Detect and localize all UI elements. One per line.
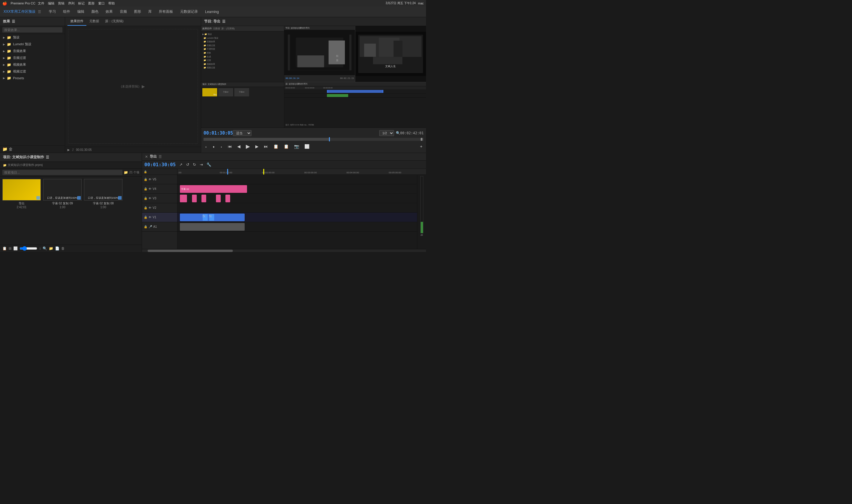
project-search-input[interactable]: [2, 170, 123, 175]
tl-wrench-tool[interactable]: 🔧: [205, 162, 213, 167]
fit-select[interactable]: 适当 25% 50% 100%: [233, 130, 252, 136]
bin-icon[interactable]: 📁: [49, 246, 53, 251]
new-folder-icon[interactable]: 📁: [2, 147, 7, 151]
eye-v5[interactable]: 👁: [148, 178, 151, 181]
overwrite-btn[interactable]: 📋: [283, 143, 290, 149]
clip-v3-2[interactable]: [192, 195, 197, 202]
compare-btn[interactable]: ⬜: [303, 143, 311, 149]
eye-v4[interactable]: 👁: [148, 187, 151, 191]
effects-item-audio-transitions[interactable]: ▶ 📁 音频过渡: [0, 54, 65, 61]
insert-btn[interactable]: 📋: [272, 143, 279, 149]
close-dialog-icon[interactable]: ✕: [145, 155, 148, 159]
playback-icon[interactable]: ▶: [68, 148, 70, 151]
tl-in-tool[interactable]: ⇥: [199, 162, 204, 167]
step-back-btn[interactable]: ◀: [236, 143, 242, 149]
mic-a1[interactable]: 🎤: [148, 225, 152, 228]
nav-library[interactable]: 库: [145, 8, 155, 15]
eye-v2[interactable]: 👁: [148, 206, 151, 210]
media-item-subtitle09[interactable]: 口语，应该是加速到150% 字幕 02 复制 09 1:00: [43, 179, 81, 242]
tab-effect-controls[interactable]: 效果控件: [68, 17, 86, 26]
step-fwd-btn[interactable]: ▶: [254, 143, 260, 149]
timeline-scrollbar[interactable]: [142, 249, 426, 252]
grid-view-icon[interactable]: ⊞: [8, 246, 12, 251]
timeline-menu-icon[interactable]: ☰: [159, 155, 162, 159]
app-name-menu[interactable]: Premiere Pro CC: [11, 1, 36, 5]
effects-item-video-transitions[interactable]: ▶ 📁 视频过渡: [0, 68, 65, 75]
clip-a1-main[interactable]: [180, 223, 244, 231]
menu-graphics[interactable]: 图形: [88, 1, 95, 6]
nav-edit[interactable]: 编辑: [74, 8, 87, 15]
eye-v3[interactable]: 👁: [148, 197, 151, 200]
media-item-export[interactable]: 导出 2:42:01: [2, 179, 41, 242]
nav-audio[interactable]: 音频: [117, 8, 130, 15]
go-to-out-btn[interactable]: ⏭: [263, 143, 269, 149]
lock-v5[interactable]: 🔒: [144, 178, 147, 181]
lock-v1[interactable]: 🔒: [144, 216, 147, 219]
export-icon[interactable]: ⤴: [72, 148, 74, 151]
play-btn[interactable]: ▶: [244, 143, 251, 150]
clip-v3-3[interactable]: [201, 195, 206, 202]
mark-out-btn[interactable]: ⬧: [211, 143, 216, 149]
menu-marker[interactable]: 标记: [78, 1, 85, 6]
lock-v3[interactable]: 🔒: [144, 197, 147, 200]
clip-v3-5[interactable]: [225, 195, 230, 202]
delete-icon[interactable]: 🗑: [8, 147, 13, 151]
nav-graphics[interactable]: 图形: [131, 8, 144, 15]
export-frame-btn[interactable]: 📷: [293, 143, 300, 149]
menu-help[interactable]: 帮助: [108, 1, 115, 6]
effects-item-presets2[interactable]: ▶ 📁 Presets: [0, 75, 65, 81]
freeform-view-icon[interactable]: ⬜: [13, 246, 18, 251]
go-to-in-btn[interactable]: ⏮: [226, 143, 233, 149]
size-slider[interactable]: [19, 246, 37, 251]
ruler[interactable]: :00 00:01:00:00 00:02:00:00 00:03:00:00 …: [178, 169, 426, 175]
menu-window[interactable]: 窗口: [98, 1, 105, 6]
new-item-icon[interactable]: 📄: [55, 246, 59, 251]
media-item-subtitle08[interactable]: 口语，应该是加速到150% 字幕 02 复制 08 1:00: [84, 179, 123, 242]
workspace-name[interactable]: XXX常用工作区预设: [3, 9, 36, 14]
new-bin-icon[interactable]: 📁: [124, 170, 128, 175]
eye-v1[interactable]: 👁: [148, 216, 151, 219]
effects-menu-icon[interactable]: ☰: [12, 19, 15, 24]
lock-a1[interactable]: 🔒: [144, 225, 147, 228]
search-icon[interactable]: 🔍: [42, 246, 47, 251]
mark-in-btn2[interactable]: ⬩: [219, 143, 224, 149]
add-btn[interactable]: +: [419, 143, 424, 149]
tl-select-tool[interactable]: ↗: [178, 162, 184, 167]
page-select[interactable]: 1/2: [379, 130, 394, 136]
clip-v3-4[interactable]: [216, 195, 221, 202]
tl-back-tool[interactable]: ↺: [185, 162, 191, 167]
zoom-icon[interactable]: 🔍: [396, 131, 400, 135]
nav-color[interactable]: 颜色: [88, 8, 102, 15]
tl-forward-tool[interactable]: ↻: [192, 162, 197, 167]
scrollbar-thumb[interactable]: [148, 250, 233, 252]
effects-item-lumetri[interactable]: ▶ 📁 Lumetri 预设: [0, 41, 65, 48]
sort-icon[interactable]: ↕: [39, 246, 41, 251]
effects-item-audio-effects[interactable]: ▶ 📁 音频效果: [0, 48, 65, 54]
list-view-icon[interactable]: 📋: [2, 246, 7, 251]
nav-assembly[interactable]: 组件: [60, 8, 73, 15]
lock-v4[interactable]: 🔒: [144, 187, 147, 191]
mark-in-btn[interactable]: ⬩: [203, 143, 208, 149]
tab-source[interactable]: 源：(无剪辑): [102, 17, 126, 26]
tab-metadata[interactable]: 元数据: [86, 17, 102, 26]
clip-v3-1[interactable]: [180, 195, 187, 202]
nav-all-panels[interactable]: 所有面板: [156, 8, 176, 15]
nav-learning[interactable]: Learning: [202, 8, 222, 15]
menu-edit[interactable]: 编辑: [48, 1, 54, 6]
clip-v1-main[interactable]: fx fx: [180, 214, 244, 221]
lock-v2[interactable]: 🔒: [144, 206, 147, 210]
menu-clip[interactable]: 剪辑: [58, 1, 65, 6]
effects-item-video-effects[interactable]: ▶ 📁 视频效果: [0, 61, 65, 68]
nav-effects[interactable]: 效果: [103, 8, 116, 15]
project-menu-icon[interactable]: ☰: [46, 155, 49, 159]
nav-learn[interactable]: 学习: [46, 8, 59, 15]
effects-search-input[interactable]: [2, 27, 62, 33]
workspace-menu-icon[interactable]: ☰: [38, 10, 41, 14]
clip-subtitle-02[interactable]: 字幕 02: [180, 185, 247, 193]
delete-item-icon[interactable]: 🗑: [61, 246, 65, 251]
nav-metadata[interactable]: 元数据记录: [177, 8, 201, 15]
menu-file[interactable]: 文件: [38, 1, 44, 6]
scrub-bar[interactable]: [203, 138, 424, 141]
menu-sequence[interactable]: 序列: [68, 1, 75, 6]
effects-item-presets[interactable]: ▶ 📁 预设: [0, 34, 65, 41]
